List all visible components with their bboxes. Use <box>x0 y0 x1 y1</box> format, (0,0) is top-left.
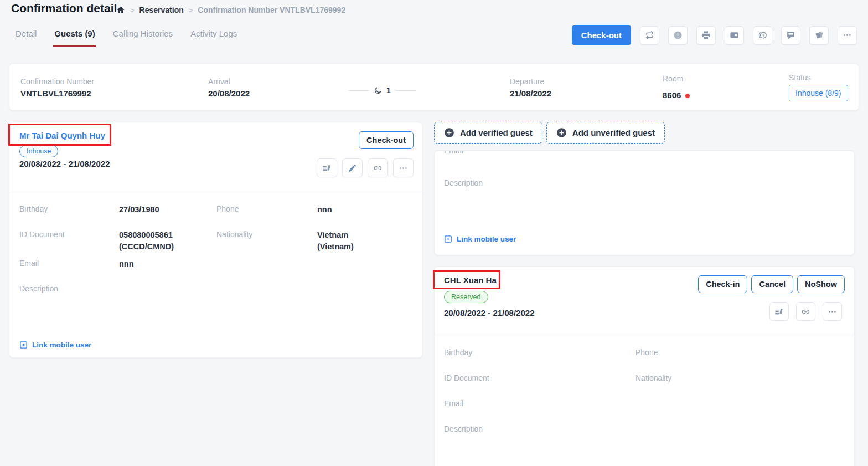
coins-icon[interactable] <box>753 26 772 45</box>
birthday-label: Birthday <box>19 204 48 213</box>
phone-label: Phone <box>636 348 658 357</box>
phone-label: Phone <box>216 204 239 213</box>
plus-square-icon <box>19 341 28 349</box>
checkin-button[interactable]: Check-in <box>698 275 747 293</box>
guest-date-range: 20/08/2022 - 21/08/2022 <box>444 308 534 318</box>
breadcrumb: > Reservation > Confirmation Number VNTL… <box>116 6 345 14</box>
room-label: Room <box>663 74 683 83</box>
description-label: Description <box>444 424 483 433</box>
arrival-value: 20/08/2022 <box>208 89 250 98</box>
guest-card-primary: Mr Tai Dai Quynh Huy Inhouse 20/08/2022 … <box>9 122 423 358</box>
divider <box>348 90 369 91</box>
breadcrumb-separator: > <box>130 6 135 14</box>
status-label: Status <box>789 73 811 82</box>
checkout-button[interactable]: Check-out <box>572 25 631 45</box>
guest-status-badge: Reserved <box>444 291 488 303</box>
id-document-value: 058080005861(CCCD/CMND) <box>119 229 174 253</box>
cancel-button[interactable]: Cancel <box>751 275 793 293</box>
tab-guests[interactable]: Guests (9) <box>53 27 96 47</box>
moon-icon <box>374 86 382 95</box>
guest-card-partial: Email Description Link mobile user <box>434 150 855 255</box>
link-icon[interactable] <box>796 302 815 321</box>
divider <box>395 90 416 91</box>
plus-circle-icon <box>444 127 454 138</box>
transfer-icon[interactable] <box>640 26 659 45</box>
link-mobile-user-button[interactable]: Link mobile user <box>444 235 516 243</box>
alert-icon[interactable] <box>668 26 688 45</box>
description-label: Description <box>19 284 58 293</box>
add-unverified-guest-button[interactable]: Add unverified guest <box>546 122 665 144</box>
confirmation-number-value: VNTLBVL1769992 <box>20 89 91 98</box>
guest-card-actions: Check-in Cancel NoShow <box>698 275 845 293</box>
reservation-summary-card: Confirmation Number VNTLBVL1769992 Arriv… <box>9 63 859 111</box>
email-value: nnn <box>119 258 134 270</box>
print-icon[interactable] <box>696 26 716 45</box>
guest-checkout-button[interactable]: Check-out <box>359 131 414 149</box>
confirmation-number-label: Confirmation Number <box>20 77 94 86</box>
nationality-value: Vietnam(Vietnam) <box>317 229 354 253</box>
plus-square-icon <box>444 235 452 243</box>
guest-date-range: 20/08/2022 - 21/08/2022 <box>19 159 110 168</box>
guest-card-secondary: CHL Xuan Ha Reserved 20/08/2022 - 21/08/… <box>434 266 855 466</box>
tab-detail[interactable]: Detail <box>14 27 38 47</box>
header-toolbar: Check-out <box>572 25 857 45</box>
guest-card-toolbar <box>769 302 842 321</box>
link-mobile-user-button[interactable]: Link mobile user <box>19 341 91 349</box>
nights-count: 1 <box>386 86 391 95</box>
guest-add-actions: Add verified guest Add unverified guest <box>434 122 665 144</box>
more-icon[interactable] <box>838 26 857 45</box>
arrival-label: Arrival <box>208 77 230 86</box>
tab-activity-logs[interactable]: Activity Logs <box>189 27 238 47</box>
phone-value: nnn <box>317 204 332 216</box>
guest-name-link[interactable]: Mr Tai Dai Quynh Huy <box>19 131 105 140</box>
breadcrumb-separator: > <box>189 6 193 14</box>
comment-icon[interactable] <box>781 26 800 45</box>
nationality-label: Nationality <box>216 230 252 239</box>
breadcrumb-item-confirmation: Confirmation Number VNTLBVL1769992 <box>198 6 345 14</box>
cards-icon[interactable] <box>809 26 829 45</box>
departure-label: Departure <box>510 77 544 86</box>
email-label: Email <box>444 399 463 408</box>
id-document-label: ID Document <box>444 373 489 382</box>
status-badge[interactable]: Inhouse (8/9) <box>789 85 848 101</box>
folio-icon[interactable] <box>317 158 337 177</box>
divider <box>9 191 422 191</box>
plus-circle-icon <box>556 127 567 138</box>
guest-card-toolbar <box>317 158 414 177</box>
guest-name[interactable]: CHL Xuan Ha <box>444 275 497 285</box>
nights-indicator: 1 <box>348 86 416 95</box>
divider <box>435 336 854 336</box>
wallet-icon[interactable] <box>725 26 744 45</box>
nationality-label: Nationality <box>636 373 671 382</box>
email-label: Email <box>19 259 39 268</box>
noshow-button[interactable]: NoShow <box>797 275 845 293</box>
departure-value: 21/08/2022 <box>510 89 551 98</box>
link-icon[interactable] <box>368 158 388 177</box>
id-document-label: ID Document <box>19 230 65 239</box>
birthday-label: Birthday <box>444 348 472 357</box>
folio-icon[interactable] <box>769 302 789 321</box>
add-verified-guest-button[interactable]: Add verified guest <box>434 122 542 144</box>
email-label: Email <box>444 150 463 155</box>
home-icon[interactable] <box>116 6 125 14</box>
breadcrumb-item-reservation[interactable]: Reservation <box>140 6 184 14</box>
birthday-value: 27/03/1980 <box>119 204 159 216</box>
page-title: Confirmation detail <box>11 2 117 15</box>
room-value: 8606 <box>663 90 690 100</box>
more-icon[interactable] <box>823 302 842 321</box>
tab-bar: Detail Guests (9) Calling Histories Acti… <box>14 27 238 47</box>
description-label: Description <box>444 178 483 187</box>
tab-calling-histories[interactable]: Calling Histories <box>112 27 174 47</box>
more-icon[interactable] <box>393 158 414 177</box>
guest-status-badge: Inhouse <box>19 145 58 157</box>
edit-icon[interactable] <box>342 158 363 177</box>
room-status-dot <box>685 94 690 98</box>
